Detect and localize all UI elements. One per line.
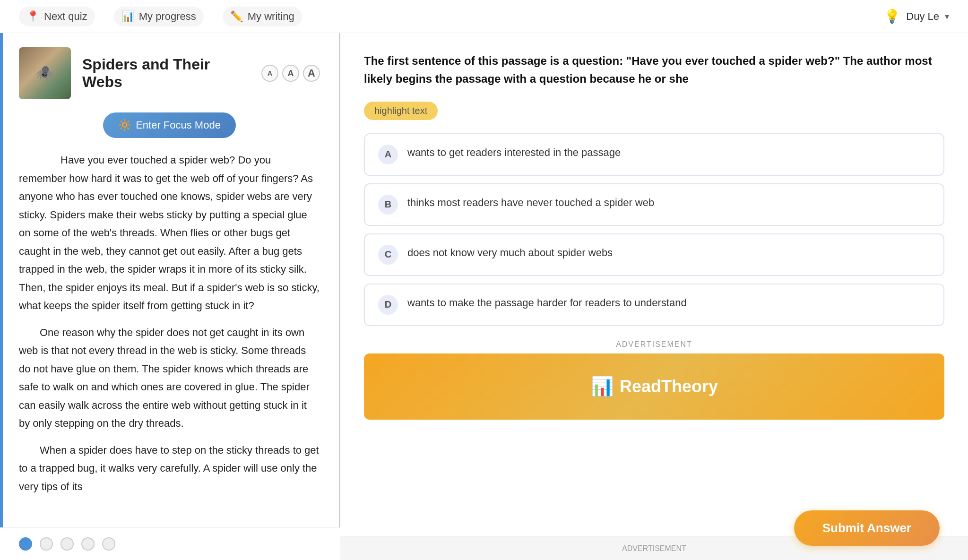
option-a-text: wants to get readers interested in the p…	[407, 145, 621, 160]
option-d-letter: D	[378, 295, 398, 315]
font-size-small-button[interactable]: A	[261, 65, 278, 82]
nav-left-items: 📍 Next quiz 📊 My progress ✏️ My writing	[19, 7, 302, 26]
bottom-ad-label: ADVERTISEMENT	[622, 544, 686, 553]
answer-options: A wants to get readers interested in the…	[364, 133, 944, 326]
option-b[interactable]: B thinks most readers have never touched…	[364, 183, 944, 226]
my-writing-button[interactable]: ✏️ My writing	[223, 7, 302, 26]
font-size-medium-button[interactable]: A	[282, 65, 299, 82]
ad-logo-text: ReadTheory	[620, 377, 718, 396]
submit-answer-button[interactable]: Submit Answer	[794, 510, 940, 546]
progress-dot-1[interactable]	[19, 537, 32, 551]
option-d-text: wants to make the passage harder for rea…	[407, 295, 687, 310]
top-navigation: 📍 Next quiz 📊 My progress ✏️ My writing …	[0, 0, 968, 33]
option-c-letter: C	[378, 245, 398, 265]
ad-banner: 📊 ReadTheory	[364, 353, 944, 420]
reading-panel: Spiders and Their Webs A A A 🔆 Enter Foc…	[0, 33, 340, 560]
pencil-icon: ✏️	[230, 10, 243, 23]
next-quiz-label: Next quiz	[44, 10, 87, 23]
main-layout: Spiders and Their Webs A A A 🔆 Enter Foc…	[0, 33, 968, 560]
left-accent-bar	[0, 33, 3, 560]
ad-logo: 📊 ReadTheory	[590, 375, 718, 397]
progress-dot-5[interactable]	[102, 537, 115, 551]
location-pin-icon: 📍	[26, 10, 39, 23]
option-c[interactable]: C does not know very much about spider w…	[364, 233, 944, 276]
focus-mode-label: Enter Focus Mode	[136, 119, 221, 131]
user-menu[interactable]: 💡 Duy Le ▾	[884, 9, 949, 24]
submit-label: Submit Answer	[822, 521, 911, 535]
focus-icon: 🔆	[118, 119, 131, 131]
option-b-letter: B	[378, 195, 398, 215]
lightbulb-icon: 💡	[884, 9, 900, 24]
passage-paragraph-2: One reason why the spider does not get c…	[19, 324, 320, 433]
ad-label: ADVERTISEMENT	[364, 340, 944, 349]
option-b-text: thinks most readers have never touched a…	[407, 195, 654, 210]
book-image	[19, 47, 71, 99]
highlight-text-button[interactable]: highlight text	[364, 102, 438, 120]
my-progress-button[interactable]: 📊 My progress	[114, 7, 204, 26]
chevron-down-icon: ▾	[945, 11, 949, 22]
next-quiz-button[interactable]: 📍 Next quiz	[19, 7, 95, 26]
question-text: The first sentence of this passage is a …	[364, 52, 944, 88]
option-a-letter: A	[378, 145, 398, 164]
bar-chart-icon: 📊	[121, 10, 134, 23]
highlight-label: highlight text	[374, 105, 427, 116]
option-d[interactable]: D wants to make the passage harder for r…	[364, 284, 944, 326]
progress-dot-2[interactable]	[40, 537, 53, 551]
ad-logo-icon: 📊	[590, 375, 614, 397]
ad-section: ADVERTISEMENT 📊 ReadTheory	[364, 340, 944, 420]
question-panel: The first sentence of this passage is a …	[340, 33, 968, 560]
passage-paragraph-1: Have you ever touched a spider web? Do y…	[19, 151, 320, 315]
progress-dots	[0, 527, 340, 560]
focus-mode-button[interactable]: 🔆 Enter Focus Mode	[103, 112, 236, 138]
my-progress-label: My progress	[139, 10, 196, 23]
option-c-text: does not know very much about spider web…	[407, 245, 613, 260]
font-size-large-button[interactable]: A	[303, 65, 320, 82]
passage-paragraph-3: When a spider does have to step on the s…	[19, 441, 320, 496]
progress-dot-3[interactable]	[60, 537, 74, 551]
book-title: Spiders and Their Webs	[82, 56, 242, 91]
option-a[interactable]: A wants to get readers interested in the…	[364, 133, 944, 176]
book-thumbnail	[19, 47, 71, 99]
progress-dot-4[interactable]	[81, 537, 95, 551]
passage-text: Have you ever touched a spider web? Do y…	[19, 151, 320, 496]
user-name-label: Duy Le	[906, 10, 939, 23]
book-header: Spiders and Their Webs A A A	[19, 47, 320, 99]
font-size-controls: A A A	[261, 65, 320, 82]
my-writing-label: My writing	[248, 10, 294, 23]
